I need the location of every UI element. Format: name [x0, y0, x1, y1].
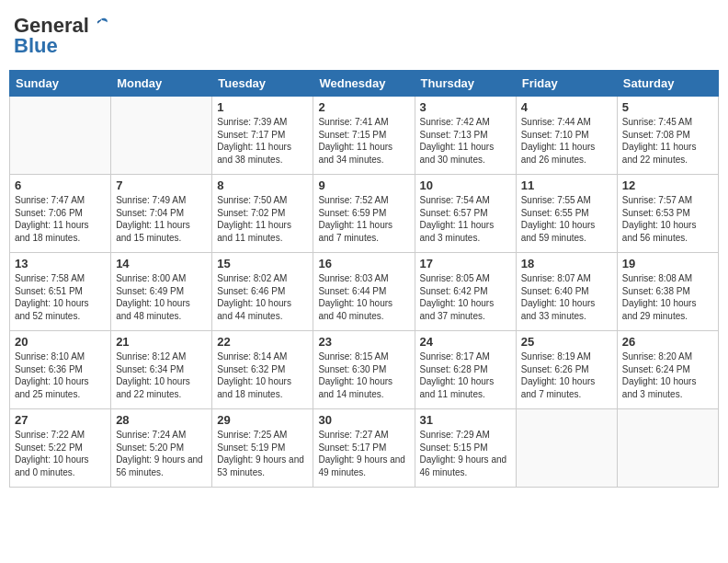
calendar-cell: 11Sunrise: 7:55 AM Sunset: 6:55 PM Dayli… — [516, 175, 617, 253]
calendar-cell: 20Sunrise: 8:10 AM Sunset: 6:36 PM Dayli… — [10, 331, 111, 409]
day-number: 18 — [521, 257, 612, 270]
day-info: Sunrise: 7:39 AM Sunset: 7:17 PM Dayligh… — [217, 116, 308, 166]
day-info: Sunrise: 7:45 AM Sunset: 7:08 PM Dayligh… — [622, 116, 713, 166]
calendar-cell — [111, 97, 212, 175]
calendar-cell: 10Sunrise: 7:54 AM Sunset: 6:57 PM Dayli… — [415, 175, 516, 253]
calendar-cell: 27Sunrise: 7:22 AM Sunset: 5:22 PM Dayli… — [10, 409, 111, 488]
day-number: 15 — [217, 257, 308, 270]
day-header-thursday: Thursday — [415, 71, 516, 97]
day-info: Sunrise: 7:25 AM Sunset: 5:19 PM Dayligh… — [217, 429, 308, 478]
calendar-cell: 4Sunrise: 7:44 AM Sunset: 7:10 PM Daylig… — [516, 97, 617, 175]
day-info: Sunrise: 7:24 AM Sunset: 5:20 PM Dayligh… — [116, 429, 207, 478]
calendar-week-3: 13Sunrise: 7:58 AM Sunset: 6:51 PM Dayli… — [10, 253, 719, 331]
calendar-cell: 9Sunrise: 7:52 AM Sunset: 6:59 PM Daylig… — [313, 175, 415, 253]
day-number: 23 — [318, 335, 409, 349]
day-info: Sunrise: 8:14 AM Sunset: 6:32 PM Dayligh… — [217, 350, 308, 400]
calendar-cell: 8Sunrise: 7:50 AM Sunset: 7:02 PM Daylig… — [212, 175, 313, 253]
calendar-cell: 5Sunrise: 7:45 AM Sunset: 7:08 PM Daylig… — [617, 97, 718, 175]
calendar-cell: 15Sunrise: 8:02 AM Sunset: 6:46 PM Dayli… — [212, 253, 313, 331]
calendar-cell: 1Sunrise: 7:39 AM Sunset: 7:17 PM Daylig… — [212, 97, 313, 175]
calendar-cell — [10, 97, 111, 175]
day-info: Sunrise: 7:49 AM Sunset: 7:04 PM Dayligh… — [116, 194, 207, 244]
day-number: 26 — [622, 335, 713, 349]
day-header-friday: Friday — [516, 71, 617, 97]
logo-bird-icon — [91, 16, 111, 36]
day-number: 13 — [15, 257, 106, 270]
calendar-cell: 25Sunrise: 8:19 AM Sunset: 6:26 PM Dayli… — [516, 331, 617, 409]
day-header-wednesday: Wednesday — [313, 71, 415, 97]
calendar-cell: 21Sunrise: 8:12 AM Sunset: 6:34 PM Dayli… — [111, 331, 212, 409]
day-info: Sunrise: 8:08 AM Sunset: 6:38 PM Dayligh… — [622, 272, 713, 322]
day-number: 17 — [420, 257, 511, 270]
day-number: 19 — [622, 257, 713, 270]
calendar-cell: 23Sunrise: 8:15 AM Sunset: 6:30 PM Dayli… — [313, 331, 415, 409]
day-number: 5 — [622, 100, 713, 114]
day-info: Sunrise: 7:44 AM Sunset: 7:10 PM Dayligh… — [521, 116, 612, 166]
day-header-tuesday: Tuesday — [212, 71, 313, 97]
calendar-cell: 16Sunrise: 8:03 AM Sunset: 6:44 PM Dayli… — [313, 253, 415, 331]
day-number: 30 — [318, 413, 409, 427]
page-header: General Blue — [9, 9, 719, 63]
day-info: Sunrise: 8:10 AM Sunset: 6:36 PM Dayligh… — [15, 350, 106, 400]
day-number: 1 — [217, 100, 308, 114]
day-info: Sunrise: 7:52 AM Sunset: 6:59 PM Dayligh… — [318, 194, 409, 244]
day-info: Sunrise: 8:12 AM Sunset: 6:34 PM Dayligh… — [116, 350, 207, 400]
day-number: 7 — [116, 178, 207, 192]
calendar-cell: 14Sunrise: 8:00 AM Sunset: 6:49 PM Dayli… — [111, 253, 212, 331]
day-info: Sunrise: 8:00 AM Sunset: 6:49 PM Dayligh… — [116, 272, 207, 322]
day-number: 10 — [420, 178, 511, 192]
day-number: 6 — [15, 178, 106, 192]
calendar-cell — [516, 409, 617, 488]
calendar-cell: 22Sunrise: 8:14 AM Sunset: 6:32 PM Dayli… — [212, 331, 313, 409]
calendar-cell: 31Sunrise: 7:29 AM Sunset: 5:15 PM Dayli… — [415, 409, 516, 488]
day-number: 21 — [116, 335, 207, 349]
day-info: Sunrise: 7:47 AM Sunset: 7:06 PM Dayligh… — [15, 194, 106, 244]
logo: General Blue — [14, 14, 111, 58]
day-info: Sunrise: 7:54 AM Sunset: 6:57 PM Dayligh… — [420, 194, 511, 244]
day-info: Sunrise: 7:27 AM Sunset: 5:17 PM Dayligh… — [318, 429, 409, 478]
day-header-monday: Monday — [111, 71, 212, 97]
day-info: Sunrise: 8:19 AM Sunset: 6:26 PM Dayligh… — [521, 350, 612, 400]
day-info: Sunrise: 8:20 AM Sunset: 6:24 PM Dayligh… — [622, 350, 713, 400]
day-number: 12 — [622, 178, 713, 192]
day-number: 9 — [318, 178, 409, 192]
calendar-cell: 19Sunrise: 8:08 AM Sunset: 6:38 PM Dayli… — [617, 253, 718, 331]
day-number: 31 — [420, 413, 511, 427]
calendar-cell — [617, 409, 718, 488]
calendar-cell: 13Sunrise: 7:58 AM Sunset: 6:51 PM Dayli… — [10, 253, 111, 331]
calendar-week-4: 20Sunrise: 8:10 AM Sunset: 6:36 PM Dayli… — [10, 331, 719, 409]
day-number: 11 — [521, 178, 612, 192]
day-number: 3 — [420, 100, 511, 114]
day-info: Sunrise: 7:55 AM Sunset: 6:55 PM Dayligh… — [521, 194, 612, 244]
day-info: Sunrise: 8:15 AM Sunset: 6:30 PM Dayligh… — [318, 350, 409, 400]
calendar-cell: 29Sunrise: 7:25 AM Sunset: 5:19 PM Dayli… — [212, 409, 313, 488]
day-info: Sunrise: 7:50 AM Sunset: 7:02 PM Dayligh… — [217, 194, 308, 244]
day-info: Sunrise: 8:17 AM Sunset: 6:28 PM Dayligh… — [420, 350, 511, 400]
day-number: 28 — [116, 413, 207, 427]
calendar-cell: 18Sunrise: 8:07 AM Sunset: 6:40 PM Dayli… — [516, 253, 617, 331]
day-number: 27 — [15, 413, 106, 427]
day-info: Sunrise: 8:07 AM Sunset: 6:40 PM Dayligh… — [521, 272, 612, 322]
day-number: 2 — [318, 100, 409, 114]
day-info: Sunrise: 7:42 AM Sunset: 7:13 PM Dayligh… — [420, 116, 511, 166]
day-number: 25 — [521, 335, 612, 349]
day-number: 29 — [217, 413, 308, 427]
calendar-cell: 24Sunrise: 8:17 AM Sunset: 6:28 PM Dayli… — [415, 331, 516, 409]
day-number: 20 — [15, 335, 106, 349]
calendar-week-1: 1Sunrise: 7:39 AM Sunset: 7:17 PM Daylig… — [10, 97, 719, 175]
day-info: Sunrise: 7:57 AM Sunset: 6:53 PM Dayligh… — [622, 194, 713, 244]
calendar-cell: 12Sunrise: 7:57 AM Sunset: 6:53 PM Dayli… — [617, 175, 718, 253]
calendar-week-2: 6Sunrise: 7:47 AM Sunset: 7:06 PM Daylig… — [10, 175, 719, 253]
day-number: 22 — [217, 335, 308, 349]
day-info: Sunrise: 7:58 AM Sunset: 6:51 PM Dayligh… — [15, 272, 106, 322]
day-number: 16 — [318, 257, 409, 270]
day-number: 4 — [521, 100, 612, 114]
day-info: Sunrise: 7:41 AM Sunset: 7:15 PM Dayligh… — [318, 116, 409, 166]
day-info: Sunrise: 7:29 AM Sunset: 5:15 PM Dayligh… — [420, 429, 511, 478]
calendar-cell: 30Sunrise: 7:27 AM Sunset: 5:17 PM Dayli… — [313, 409, 415, 488]
calendar-cell: 7Sunrise: 7:49 AM Sunset: 7:04 PM Daylig… — [111, 175, 212, 253]
calendar-cell: 2Sunrise: 7:41 AM Sunset: 7:15 PM Daylig… — [313, 97, 415, 175]
calendar-cell: 17Sunrise: 8:05 AM Sunset: 6:42 PM Dayli… — [415, 253, 516, 331]
calendar-cell: 26Sunrise: 8:20 AM Sunset: 6:24 PM Dayli… — [617, 331, 718, 409]
calendar-cell: 28Sunrise: 7:24 AM Sunset: 5:20 PM Dayli… — [111, 409, 212, 488]
